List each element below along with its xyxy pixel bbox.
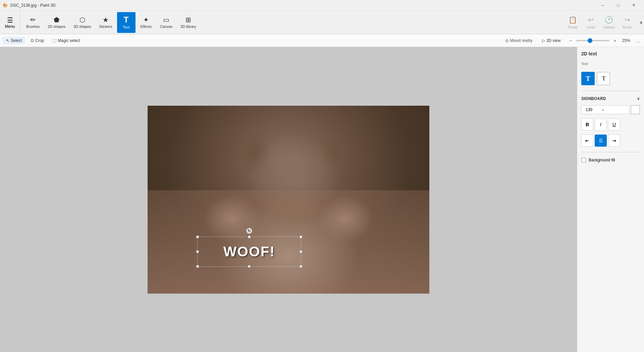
text-type-buttons: T 𝕋 bbox=[581, 72, 640, 85]
3d-library-icon: ⊞ bbox=[185, 16, 191, 23]
3d-library-label: 3D library bbox=[180, 24, 196, 29]
rotate-handle[interactable]: ↻ bbox=[246, 228, 253, 234]
font-size-input[interactable] bbox=[584, 106, 600, 113]
effects-icon: ✦ bbox=[143, 16, 149, 23]
font-name: SIGNBOARD bbox=[581, 96, 606, 101]
ribbon-item-stickers[interactable]: ★ Stickers bbox=[96, 12, 116, 33]
collapse-ribbon-button[interactable]: ∧ bbox=[638, 11, 644, 34]
undo-label: Undo bbox=[587, 25, 595, 29]
menu-button[interactable]: ☰ Menu bbox=[0, 11, 20, 34]
align-right-icon: ⇥ bbox=[612, 138, 616, 143]
italic-button[interactable]: I bbox=[595, 118, 607, 131]
menu-icon: ☰ bbox=[7, 16, 13, 24]
paste-label: Paste bbox=[568, 25, 578, 29]
2d-text-icon: T bbox=[586, 75, 590, 83]
stickers-icon: ★ bbox=[103, 16, 109, 23]
font-size-row: ∨ bbox=[581, 105, 640, 114]
close-button[interactable]: ✕ bbox=[626, 0, 641, 11]
handle-bottom-center[interactable] bbox=[248, 265, 251, 268]
italic-icon: I bbox=[600, 122, 601, 127]
background-fill-checkbox[interactable] bbox=[581, 158, 586, 162]
mixed-reality-button[interactable]: ◎ Mixed reality bbox=[502, 37, 536, 44]
history-button[interactable]: 🕐 History bbox=[601, 12, 618, 33]
ribbon-item-2d-shapes[interactable]: ⬟ 2D shapes bbox=[44, 12, 69, 33]
ribbon-item-3d-library[interactable]: ⊞ 3D library bbox=[177, 12, 200, 33]
font-size-arrow: ∨ bbox=[602, 108, 604, 112]
more-options-button[interactable]: ... bbox=[635, 37, 641, 45]
crop-button[interactable]: ⊡ Crop bbox=[27, 37, 47, 44]
3d-shapes-icon: ⬡ bbox=[79, 16, 85, 23]
signboard-chevron: ∨ bbox=[637, 96, 640, 101]
zoom-out-button[interactable]: − bbox=[567, 37, 575, 45]
paste-button[interactable]: 📋 Paste bbox=[565, 12, 581, 33]
ribbon-items: ✏ Brushes ⬟ 2D shapes ⬡ 3D shapes ★ Stic… bbox=[20, 11, 562, 34]
handle-middle-right[interactable] bbox=[300, 250, 302, 253]
canvas-image: ↻ WOOF! bbox=[148, 106, 429, 294]
brushes-label: Brushes bbox=[26, 24, 40, 29]
undo-button[interactable]: ↩ Undo bbox=[583, 12, 599, 33]
bold-icon: B bbox=[586, 122, 589, 127]
ribbon-item-brushes[interactable]: ✏ Brushes bbox=[23, 12, 43, 33]
magic-select-button[interactable]: ⬚ Magic select bbox=[49, 37, 84, 44]
3d-text-button[interactable]: 𝕋 bbox=[597, 72, 610, 85]
mixed-reality-icon: ◎ bbox=[505, 38, 508, 43]
text-box[interactable]: ↻ WOOF! bbox=[197, 237, 301, 267]
ribbon-item-3d-shapes[interactable]: ⬡ 3D shapes bbox=[70, 12, 95, 33]
select-label: Select bbox=[11, 38, 22, 43]
main-area: ↻ WOOF! bbox=[0, 47, 644, 352]
stickers-label: Stickers bbox=[99, 24, 112, 29]
bold-button[interactable]: B bbox=[581, 118, 593, 131]
zoom-in-button[interactable]: + bbox=[611, 37, 619, 45]
undo-icon: ↩ bbox=[588, 16, 594, 24]
font-size-dropdown[interactable]: ∨ bbox=[581, 105, 629, 114]
canvas-area[interactable]: ↻ WOOF! bbox=[0, 47, 577, 352]
handle-top-left[interactable] bbox=[196, 236, 199, 238]
text-color-swatch[interactable] bbox=[631, 105, 640, 114]
handle-top-center[interactable] bbox=[248, 236, 251, 238]
toolbar-right: ◎ Mixed reality ▷ 3D view − + 25% ... bbox=[502, 37, 641, 45]
align-right-button[interactable]: ⇥ bbox=[608, 135, 620, 147]
canvas-wrapper: ↻ WOOF! bbox=[148, 106, 429, 294]
ribbon-item-canvas[interactable]: ▭ Canvas bbox=[157, 12, 176, 33]
background-fill-label: Background fill bbox=[589, 158, 615, 162]
right-panel: 2D text Text T 𝕋 SIGNBOARD ∨ ∨ bbox=[577, 47, 644, 352]
2d-shapes-icon: ⬟ bbox=[54, 16, 59, 23]
ribbon-right: 📋 Paste ↩ Undo 🕐 History ↪ Redo bbox=[562, 11, 638, 34]
3d-view-label: 3D view bbox=[546, 38, 561, 43]
redo-button[interactable]: ↪ Redo bbox=[619, 12, 636, 33]
title-bar: 🎨 DSC_3138.jpg - Paint 3D ─ □ ✕ bbox=[0, 0, 644, 11]
ribbon-item-text[interactable]: T Text bbox=[117, 12, 136, 33]
2d-shapes-label: 2D shapes bbox=[48, 24, 65, 29]
crop-label: Crop bbox=[35, 38, 44, 43]
align-center-button[interactable]: ☰ bbox=[595, 135, 607, 147]
menu-label: Menu bbox=[5, 24, 15, 29]
handle-bottom-right[interactable] bbox=[300, 265, 302, 268]
underline-button[interactable]: U bbox=[608, 118, 620, 131]
magic-select-icon: ⬚ bbox=[53, 38, 56, 43]
zoom-slider[interactable] bbox=[576, 40, 609, 41]
redo-label: Redo bbox=[623, 25, 632, 29]
chevron-up-icon: ∧ bbox=[640, 20, 643, 25]
ribbon-item-effects[interactable]: ✦ Effects bbox=[137, 12, 155, 33]
align-left-button[interactable]: ⇤ bbox=[581, 135, 593, 147]
handle-middle-left[interactable] bbox=[196, 250, 199, 253]
window-title: DSC_3138.jpg - Paint 3D bbox=[10, 3, 56, 8]
handle-top-right[interactable] bbox=[300, 236, 302, 238]
title-bar-controls: ─ □ ✕ bbox=[595, 0, 641, 11]
3d-text-icon: 𝕋 bbox=[602, 76, 605, 82]
effects-label: Effects bbox=[140, 24, 151, 29]
minimize-button[interactable]: ─ bbox=[595, 0, 610, 11]
zoom-slider-thumb[interactable] bbox=[588, 38, 592, 43]
select-button[interactable]: ↖ Select bbox=[3, 37, 25, 44]
2d-text-button[interactable]: T bbox=[581, 72, 595, 85]
maximize-button[interactable]: □ bbox=[610, 0, 626, 11]
3d-shapes-label: 3D shapes bbox=[73, 24, 91, 29]
divider-2 bbox=[581, 152, 640, 152]
text-section-label: Text bbox=[581, 62, 640, 66]
canvas-icon: ▭ bbox=[163, 16, 169, 23]
3d-view-button[interactable]: ▷ 3D view bbox=[539, 37, 564, 44]
toolbar: ↖ Select ⊡ Crop ⬚ Magic select ◎ Mixed r… bbox=[0, 34, 644, 47]
handle-bottom-left[interactable] bbox=[196, 265, 199, 268]
zoom-controls: − + 25% bbox=[567, 37, 632, 45]
font-family-dropdown[interactable]: SIGNBOARD ∨ bbox=[581, 96, 640, 101]
